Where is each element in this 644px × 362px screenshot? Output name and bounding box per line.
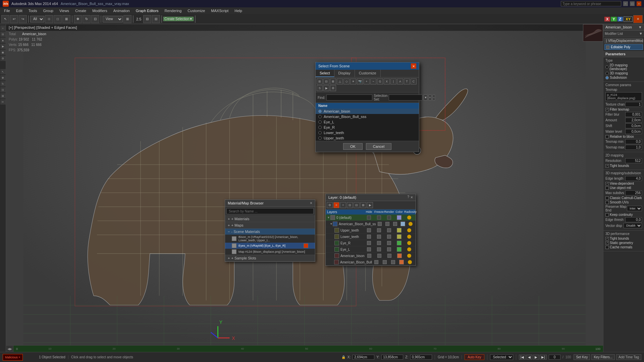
sidebar-paint[interactable]: ✏: [0, 99, 6, 105]
next-frame-btn[interactable]: ▶|: [540, 355, 547, 360]
sidebar-snap[interactable]: ⊞: [0, 93, 6, 99]
menu-customize[interactable]: Customize: [185, 8, 208, 14]
play-btn[interactable]: ▶: [533, 355, 539, 360]
modifier-list-arrow[interactable]: ▼: [639, 32, 643, 36]
relative-bbox-row[interactable]: Relative to bbox: [605, 135, 642, 138]
select-tool[interactable]: ↖: [1, 15, 9, 23]
sample-slots-header[interactable]: + + Sample Slots: [225, 255, 315, 261]
layer-color-1[interactable]: [399, 222, 407, 226]
radio-2d[interactable]: 2D mapping (landscape): [605, 63, 642, 71]
x-mark-btn[interactable]: ✕: [633, 15, 643, 23]
set-key-button[interactable]: Set Key: [574, 354, 590, 360]
menu-graph-editors[interactable]: Graph Editors: [133, 8, 161, 14]
redo-tool[interactable]: ↪: [19, 15, 27, 23]
layer-row-3[interactable]: Lower_teeth: [326, 234, 416, 240]
view-dropdown[interactable]: View: [103, 16, 123, 22]
browser-close-button[interactable]: ×: [310, 201, 312, 205]
render-preview[interactable]: [583, 24, 603, 42]
dlg-cameras-btn[interactable]: 📷: [357, 78, 363, 84]
tight-bounds2-cb[interactable]: [605, 237, 609, 240]
dlg-geom-btn[interactable]: △: [337, 78, 343, 84]
move-tool[interactable]: ✥: [74, 15, 82, 23]
view-dependent-row[interactable]: View-dependent: [605, 182, 642, 185]
malicious-btn[interactable]: Malicious +: [3, 354, 23, 361]
dlg-bones-btn[interactable]: |: [390, 78, 396, 84]
layer-row-4[interactable]: Eye_R: [326, 240, 416, 246]
maps-header[interactable]: + + Maps: [225, 222, 315, 228]
filter-dropdown[interactable]: All: [30, 16, 44, 22]
layer-options1-btn[interactable]: ⊟: [347, 202, 353, 208]
texture-chain-input[interactable]: [625, 102, 642, 107]
key-filters-button[interactable]: Key Filters...: [591, 354, 615, 360]
layer-color-4[interactable]: [394, 241, 404, 245]
x-coord-input[interactable]: [353, 355, 374, 360]
layer-hide-7[interactable]: [372, 260, 380, 264]
modifier-editable[interactable]: Editable Poly: [604, 44, 643, 50]
layer-hide-6[interactable]: [365, 254, 375, 258]
cancel-button[interactable]: Cancel: [366, 143, 391, 150]
layer-freeze-5[interactable]: [374, 247, 384, 251]
layer-freeze-4[interactable]: [374, 241, 384, 245]
shift-input[interactable]: [625, 123, 642, 128]
ok-button[interactable]: OK: [343, 143, 363, 150]
catmull-clark-row[interactable]: Classic Catmull-Clark: [605, 196, 642, 200]
layer-render-5[interactable]: [384, 247, 394, 251]
dlg-none-btn[interactable]: ⊟: [323, 78, 329, 84]
sidebar-scale[interactable]: ⊡: [0, 87, 6, 93]
edge-length-input[interactable]: [625, 176, 642, 181]
viewport-header[interactable]: [+] [Perspective] [Shaded + Edged Faces]: [6, 24, 603, 31]
layer-render-2[interactable]: [384, 228, 394, 232]
tab-display[interactable]: Display: [334, 70, 355, 77]
static-geometry-cb[interactable]: [605, 241, 609, 245]
layer-freeze-2[interactable]: [374, 228, 384, 232]
view-dependent-cb[interactable]: [605, 182, 609, 185]
scale-tool[interactable]: ⊡: [91, 15, 99, 23]
filter-blur-input[interactable]: [625, 112, 642, 117]
sidebar-modify[interactable]: ⊟: [0, 32, 6, 37]
layer-radiosity-2[interactable]: [404, 228, 414, 232]
layer-row-7[interactable]: American_Bison_Bull: [326, 259, 416, 265]
layer-row-1[interactable]: ▼ American_Bison_Bull_ss: [326, 221, 416, 227]
layer-add-btn[interactable]: +: [340, 202, 346, 208]
layer-options2-btn[interactable]: ⊟: [354, 202, 360, 208]
smooth-uvs-row[interactable]: Smooth UVs: [605, 200, 642, 204]
dlg-sort-alpha[interactable]: A: [397, 78, 403, 84]
panel-options[interactable]: ▼: [638, 25, 642, 29]
y-coord-input[interactable]: [381, 355, 403, 360]
dialog-close-button[interactable]: ×: [411, 63, 416, 69]
modifier-vray[interactable]: VRayDisplacementMod: [604, 38, 643, 44]
menu-file[interactable]: File: [1, 8, 13, 14]
radio-subdivision[interactable]: Subdivision: [605, 76, 642, 79]
sidebar-hierarchy[interactable]: ▲: [0, 38, 6, 43]
goto-start-btn[interactable]: |◀: [519, 355, 526, 360]
texmap-max-input[interactable]: [625, 145, 642, 150]
dlg-all-btn[interactable]: ⊞: [317, 78, 323, 84]
auto-key-button[interactable]: Auto Key: [465, 354, 484, 360]
menu-modifiers[interactable]: Modifiers: [90, 8, 110, 14]
select-by-name[interactable]: ⊞: [62, 15, 70, 23]
keep-continuity-row[interactable]: Keep continuity: [605, 213, 642, 217]
use-object-mtl-cb[interactable]: [605, 186, 609, 190]
dlg-groups-btn[interactable]: G: [377, 78, 383, 84]
resolution-input[interactable]: [625, 158, 642, 163]
timeline-bar[interactable]: 0 10 20 30 40 50 60 70 80 90 100: [13, 346, 603, 352]
layer-radiosity-3[interactable]: [404, 235, 414, 239]
layer-expand-0[interactable]: ▼: [327, 216, 330, 219]
select-btn[interactable]: ⊹: [45, 15, 53, 23]
close-button[interactable]: ×: [637, 1, 641, 6]
object-row-4[interactable]: Lower_teeth: [316, 130, 419, 135]
layer-options3-btn[interactable]: ⊠: [360, 202, 366, 208]
layer-render-7[interactable]: [389, 260, 397, 264]
layer-row-2[interactable]: Upper_teeth: [326, 227, 416, 234]
menu-tools[interactable]: Tools: [26, 8, 40, 14]
layer-close-btn[interactable]: ×: [411, 195, 413, 200]
dlg-invert-btn[interactable]: ⊠: [330, 78, 336, 84]
catmull-clark-cb[interactable]: [605, 196, 609, 200]
menu-help[interactable]: Help: [232, 8, 245, 14]
layer-color-6[interactable]: [394, 253, 405, 258]
menu-animation[interactable]: Animation: [111, 8, 132, 14]
sidebar-rotate[interactable]: ↻: [0, 81, 6, 86]
layer-color-3[interactable]: [394, 234, 404, 239]
layer-row-0[interactable]: ▼ 0 (default): [326, 215, 416, 221]
selection-set-del[interactable]: −: [433, 95, 435, 101]
